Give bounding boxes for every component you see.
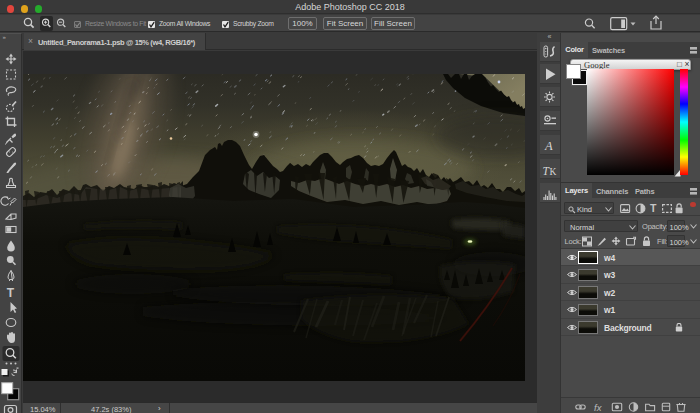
- svg-text:T: T: [650, 203, 657, 214]
- svg-text:T: T: [7, 286, 15, 300]
- svg-text:fx: fx: [594, 402, 603, 412]
- svg-text:A: A: [544, 139, 553, 153]
- svg-text:K: K: [550, 167, 557, 177]
